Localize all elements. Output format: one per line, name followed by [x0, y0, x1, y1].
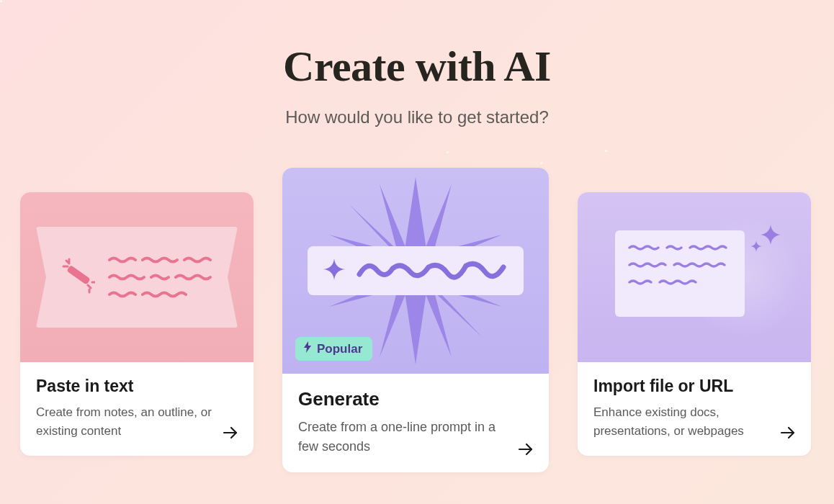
lightning-icon: [302, 341, 313, 356]
card-generate-body: Generate Create from a one-line prompt i…: [282, 374, 549, 472]
prompt-bar-illustration: [308, 246, 524, 295]
card-import-title: Import file or URL: [593, 377, 795, 396]
card-import-hero: [578, 192, 811, 362]
card-generate-description: Create from a one-line prompt in a few s…: [298, 418, 533, 456]
card-paste-description: Create from notes, an outline, or existi…: [36, 403, 238, 440]
svg-rect-0: [66, 265, 91, 285]
badge-label: Popular: [317, 342, 362, 356]
page-title: Create with AI: [0, 42, 834, 91]
page-header: Create with AI How would you like to get…: [0, 0, 834, 127]
arrow-right-icon: [517, 441, 534, 458]
arrow-right-icon: [779, 424, 797, 441]
squiggle-icon: [357, 257, 508, 284]
card-paste-text[interactable]: Paste in text Create from notes, an outl…: [20, 192, 254, 456]
import-illustration: [608, 223, 781, 331]
card-generate-title: Generate: [298, 388, 533, 410]
document-icon: [615, 230, 745, 317]
popular-badge: Popular: [295, 337, 372, 361]
magic-wand-icon: [62, 258, 95, 297]
cards-container: Paste in text Create from notes, an outl…: [0, 168, 834, 472]
card-paste-body: Paste in text Create from notes, an outl…: [20, 362, 254, 456]
card-generate[interactable]: Popular Generate Create from a one-line …: [282, 168, 549, 472]
card-import-description: Enhance existing docs, presentations, or…: [593, 403, 795, 440]
text-lines-icon: [108, 255, 216, 300]
sparkle-icon: [748, 220, 782, 258]
page-subtitle: How would you like to get started?: [0, 107, 834, 127]
card-paste-hero: [20, 192, 254, 362]
arrow-right-icon: [222, 424, 239, 441]
card-import-body: Import file or URL Enhance existing docs…: [578, 362, 811, 456]
paste-illustration: [36, 227, 238, 328]
card-generate-hero: Popular: [282, 168, 549, 374]
card-paste-title: Paste in text: [36, 377, 238, 396]
card-import-file[interactable]: Import file or URL Enhance existing docs…: [578, 192, 811, 456]
sparkle-icon: [322, 257, 346, 284]
